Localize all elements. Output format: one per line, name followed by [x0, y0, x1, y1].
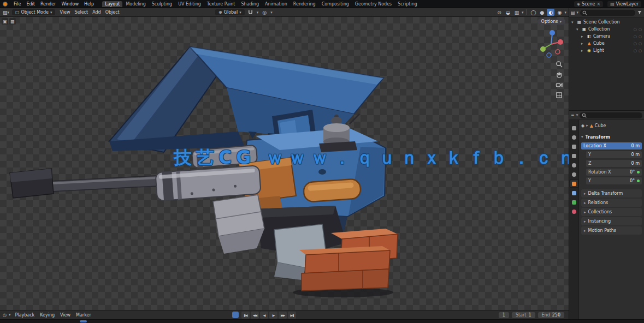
- outliner-row[interactable]: ▾ ▣ Collection ○ ○: [569, 26, 644, 33]
- timeline-editor-icon[interactable]: ◷: [3, 313, 7, 318]
- properties-tab-object[interactable]: [570, 180, 578, 187]
- scene-unlink-icon[interactable]: ×: [596, 2, 600, 7]
- disable-in-render-toggle[interactable]: ○: [639, 49, 642, 53]
- topbar-menu-item[interactable]: File: [11, 1, 23, 7]
- disclosure-caret-icon[interactable]: ▸: [581, 49, 585, 53]
- disclosure-caret-icon[interactable]: ▾: [571, 20, 575, 25]
- disclosure-caret-icon[interactable]: ▸: [581, 41, 585, 46]
- timeline-menu-item[interactable]: Playback: [13, 312, 37, 318]
- transport-button-next-keyframe[interactable]: ▶▶: [279, 312, 287, 319]
- workspace-tab[interactable]: Rendering: [291, 1, 318, 7]
- outliner-search-input[interactable]: [580, 10, 635, 16]
- workspace-tab[interactable]: Texture Paint: [204, 1, 238, 7]
- timeline-menu-item[interactable]: View: [58, 312, 73, 318]
- frame-end-field[interactable]: End 250: [538, 312, 564, 318]
- transform-orientation-dropdown[interactable]: ⊕ Global ▾: [215, 9, 245, 15]
- properties-tab-data[interactable]: [570, 199, 578, 206]
- transport-button-prev-keyframe[interactable]: ◀◀: [251, 312, 259, 319]
- properties-tab-modifiers[interactable]: [570, 189, 578, 196]
- workspace-tab[interactable]: Modeling: [123, 1, 148, 7]
- workspace-tab[interactable]: Scripting: [395, 1, 420, 7]
- transform-field[interactable]: Y 0 m: [586, 151, 642, 158]
- workspace-tab[interactable]: Sculpting: [149, 1, 175, 7]
- disable-in-render-toggle[interactable]: ○: [639, 41, 642, 46]
- hide-in-viewport-toggle[interactable]: ○: [634, 49, 637, 53]
- editor-type-viewport-icon[interactable]: ▧▾: [2, 9, 10, 16]
- collapsed-panel-header[interactable]: ▸ Delta Transform: [581, 189, 642, 198]
- shading-material-button[interactable]: ◐: [547, 9, 554, 16]
- transform-field[interactable]: Location X 0 m: [581, 142, 642, 149]
- hide-in-viewport-toggle[interactable]: ○: [634, 27, 637, 32]
- gizmo-z-neg[interactable]: [547, 53, 551, 57]
- transform-field[interactable]: Y 0°: [586, 177, 642, 184]
- zoom-button[interactable]: [554, 59, 563, 68]
- pan-button[interactable]: [554, 70, 563, 79]
- viewport-menu-item[interactable]: View: [57, 9, 72, 15]
- view-layer-selector[interactable]: ▤ ViewLayer: [607, 1, 641, 7]
- properties-search-input[interactable]: [580, 112, 642, 118]
- frame-start-field[interactable]: Start 1: [512, 312, 535, 318]
- outliner-row[interactable]: ▾ ▦ Scene Collection ○ ○: [569, 19, 644, 26]
- disclosure-caret-icon[interactable]: ▸: [581, 34, 585, 39]
- disable-in-render-toggle[interactable]: ○: [639, 34, 642, 39]
- overlays-caret[interactable]: ▾: [522, 10, 524, 15]
- shading-caret[interactable]: ▾: [564, 10, 566, 15]
- gizmo-y-axis[interactable]: [540, 46, 546, 52]
- shading-solid-button[interactable]: ●: [538, 9, 546, 16]
- keyframe-indicator[interactable]: [637, 171, 640, 174]
- topbar-menu-item[interactable]: Window: [58, 1, 81, 7]
- transport-button-play-reverse[interactable]: ◀: [260, 312, 268, 319]
- workspace-tab[interactable]: UV Editing: [175, 1, 204, 7]
- properties-tab-material[interactable]: [570, 208, 578, 215]
- collapsed-panel-header[interactable]: ▸ Collections: [581, 208, 642, 216]
- transform-panel-header[interactable]: ▾ Transform: [581, 133, 642, 141]
- current-frame-field[interactable]: 1: [499, 312, 509, 318]
- properties-tab-tool[interactable]: [570, 124, 578, 131]
- proportional-settings-caret[interactable]: ▾: [270, 10, 273, 15]
- collapsed-panel-header[interactable]: ▸ Motion Paths: [581, 226, 642, 235]
- proportional-editing-toggle[interactable]: ◎: [261, 9, 268, 16]
- navigation-gizmo[interactable]: [537, 28, 565, 59]
- gizmos-toggle[interactable]: ⊙: [495, 9, 503, 16]
- topbar-menu-item[interactable]: Edit: [23, 1, 38, 7]
- workspace-tab[interactable]: Compositing: [319, 1, 352, 7]
- viewport-menu-item[interactable]: Object: [103, 9, 122, 15]
- viewport-menu-item[interactable]: Add: [90, 9, 103, 15]
- transform-field[interactable]: Z 0 m: [586, 160, 642, 167]
- gizmo-x-axis[interactable]: [558, 39, 563, 45]
- properties-editor-icon[interactable]: ≡: [571, 113, 575, 118]
- topbar-menu-item[interactable]: Render: [38, 1, 58, 7]
- keyframe-indicator[interactable]: [637, 180, 640, 182]
- viewport-3d[interactable]: 技艺CG ｗｗｗ．ｑｕｎｘｋｆｂ．ｃｎ ▣ ▩ Options ▾: [0, 17, 569, 310]
- properties-tab-output[interactable]: [570, 143, 578, 150]
- workspace-tab[interactable]: Animation: [262, 1, 290, 7]
- snap-settings-caret[interactable]: ▾: [257, 10, 259, 15]
- snap-magnet-toggle[interactable]: [247, 9, 255, 16]
- workspace-tab[interactable]: Shading: [238, 1, 262, 7]
- shading-rendered-button[interactable]: ◉: [556, 9, 563, 16]
- ortho-toggle-button[interactable]: [554, 91, 563, 99]
- gizmo-z-axis[interactable]: [550, 30, 555, 35]
- outliner-row[interactable]: ▸ ◧ Camera ○ ○: [569, 33, 644, 40]
- overlays-toggle[interactable]: ◒: [504, 9, 512, 16]
- gizmo-x-neg[interactable]: [556, 50, 560, 54]
- transport-button-jump-to-start[interactable]: ▮◀: [241, 312, 250, 319]
- properties-tab-render[interactable]: [570, 134, 578, 141]
- sidebar-toggle-button[interactable]: ▩: [9, 18, 16, 25]
- outliner-editor-icon[interactable]: ▤: [571, 10, 575, 15]
- collapsed-panel-header[interactable]: ▸ Instancing: [581, 217, 642, 225]
- properties-tab-scene[interactable]: [570, 162, 578, 169]
- viewport-menu-item[interactable]: Select: [72, 9, 90, 15]
- scene-selector[interactable]: ◈ Scene ×: [574, 1, 603, 7]
- disclosure-caret-icon[interactable]: ▾: [576, 27, 580, 32]
- filter-icon[interactable]: [637, 10, 642, 15]
- outliner-row[interactable]: ▸ ▲ Cube ○ ○: [569, 40, 644, 47]
- hide-in-viewport-toggle[interactable]: ○: [634, 41, 637, 46]
- shading-wireframe-button[interactable]: ◯: [529, 9, 537, 16]
- properties-tab-world[interactable]: [570, 171, 578, 178]
- workspace-tab[interactable]: Layout: [102, 1, 122, 7]
- toolbar-toggle-button[interactable]: ▣: [2, 18, 8, 25]
- timeline-menu-item[interactable]: Keying: [38, 312, 57, 318]
- camera-view-button[interactable]: [554, 80, 563, 89]
- mode-dropdown[interactable]: ▢ Object Mode ▾: [12, 9, 55, 15]
